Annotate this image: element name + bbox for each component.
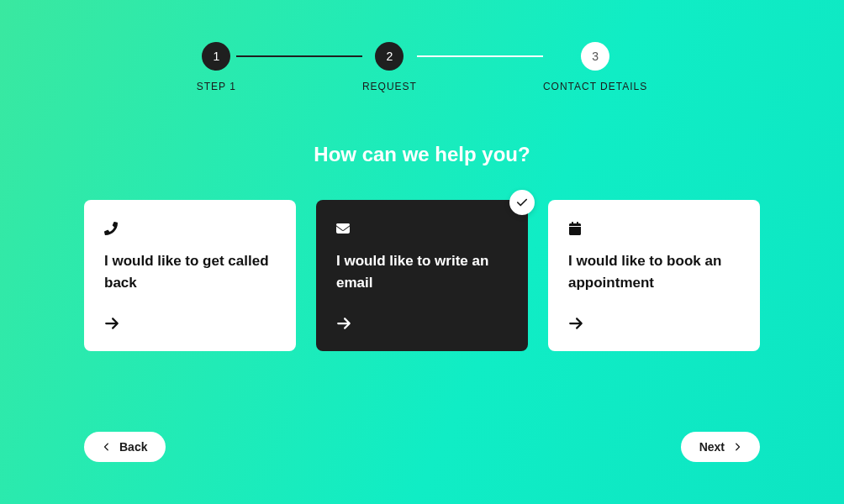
chevron-right-icon — [733, 440, 741, 454]
calendar-icon — [568, 222, 740, 237]
stepper: 1 STEP 1 2 REQUEST 3 CONTACT DETAILS — [84, 42, 760, 92]
option-card-title: I would like to get called back — [104, 250, 276, 306]
step-1[interactable]: 1 STEP 1 — [197, 42, 236, 92]
option-card-callback[interactable]: I would like to get called back — [84, 200, 296, 351]
arrow-right-icon — [336, 316, 508, 334]
option-card-email[interactable]: I would like to write an email — [316, 200, 528, 351]
arrow-right-icon — [568, 316, 740, 334]
chevron-left-icon — [103, 440, 111, 454]
step-2-circle: 2 — [375, 42, 404, 71]
step-1-circle: 1 — [202, 42, 230, 71]
option-card-appointment[interactable]: I would like to book an appointment — [548, 200, 760, 351]
next-button-label: Next — [699, 440, 725, 454]
step-3[interactable]: 3 CONTACT DETAILS — [543, 42, 647, 92]
step-2[interactable]: 2 REQUEST — [362, 42, 417, 92]
option-cards: I would like to get called back I would … — [84, 200, 760, 351]
option-card-title: I would like to write an email — [336, 250, 508, 306]
envelope-icon — [336, 222, 508, 237]
check-icon — [509, 190, 535, 215]
next-button[interactable]: Next — [681, 432, 760, 462]
step-1-label: STEP 1 — [197, 81, 236, 92]
step-2-label: REQUEST — [362, 81, 417, 92]
phone-icon — [104, 222, 276, 237]
step-3-label: CONTACT DETAILS — [543, 81, 647, 92]
arrow-right-icon — [104, 316, 276, 334]
back-button-label: Back — [119, 440, 147, 454]
connector-2-3 — [417, 55, 543, 57]
page-heading: How can we help you? — [84, 143, 760, 166]
step-3-circle: 3 — [581, 42, 609, 71]
nav-row: Back Next — [84, 432, 760, 470]
back-button[interactable]: Back — [84, 432, 166, 462]
option-card-title: I would like to book an appointment — [568, 250, 740, 306]
connector-1-2 — [236, 55, 362, 57]
